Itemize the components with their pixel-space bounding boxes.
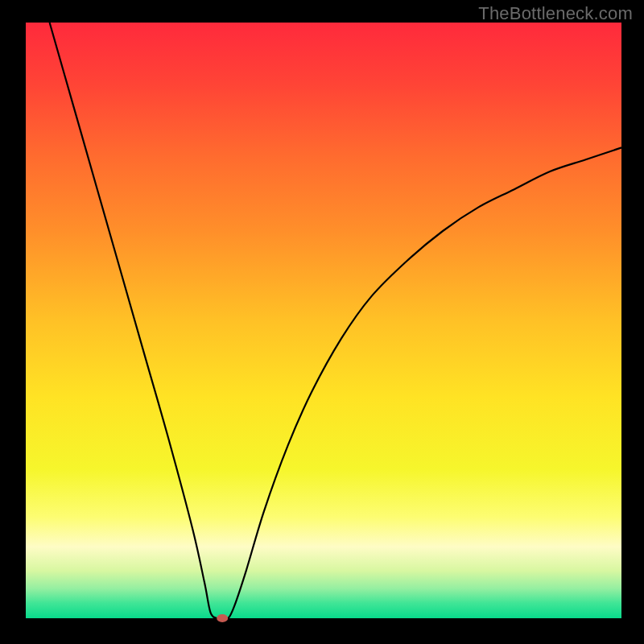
minimum-marker: [217, 614, 228, 622]
plot-background: [26, 23, 621, 618]
bottleneck-chart: [0, 0, 644, 644]
watermark-text: TheBottleneck.com: [478, 3, 633, 24]
chart-frame: TheBottleneck.com: [0, 0, 644, 644]
